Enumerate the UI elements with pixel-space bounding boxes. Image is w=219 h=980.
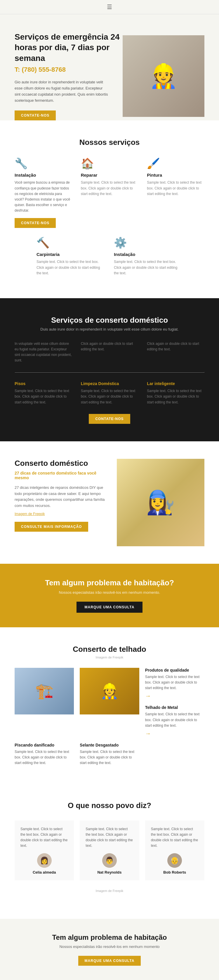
dark-cta-button[interactable]: CONTATE-NOS (89, 414, 130, 424)
service-title-pintura: Pintura (147, 173, 205, 178)
service-cta-instalacao[interactable]: CONTATE-NOS (14, 218, 56, 228)
roof-item-selante: Selante Desgastado Sample text. Click to… (80, 743, 139, 766)
testimonial-card-2: Sample text. Click to select the text bo… (80, 821, 139, 881)
navigation: ☰ (0, 0, 219, 14)
services-section: Nossos serviços 🔧 Instalação Você sempre… (0, 120, 219, 298)
repair-title: Conserto doméstico (14, 459, 105, 468)
hero-image: 👷 (123, 35, 205, 117)
repair-image-link[interactable]: Imagem de Freepik (14, 512, 105, 516)
roof-item-piscando: Piscando danificado Sample text. Click t… (14, 743, 74, 766)
dark-service-pisos-title: Pisos (14, 381, 72, 386)
right-arrow-icon-2[interactable]: → (145, 730, 205, 737)
dark-col-2: Click again or double click to start edi… (81, 341, 138, 363)
service-desc-instalacao: Você sempre buscou a empresa de confianç… (14, 180, 72, 213)
testimonials-title: O que nosso povo diz? (14, 801, 205, 810)
repair-desc: 27 dicas inteligentes de reparos domésti… (14, 485, 105, 509)
service-item-carpintaria: 🔨 Carpintaria Sample text. Click to sele… (37, 237, 105, 281)
service-title-carpintaria: Carpintaria (37, 252, 105, 257)
hero-text-block: Serviços de emergência 24 horas por dia,… (14, 32, 123, 120)
hero-title: Serviços de emergência 24 horas por dia,… (14, 32, 123, 64)
hero-worker-image: 👷 (123, 35, 205, 117)
services-row-2: 🔨 Carpintaria Sample text. Click to sele… (37, 237, 182, 281)
service-desc-carpintaria: Sample text. Click to select the text bo… (37, 259, 105, 276)
cta-yellow-title: Tem algum problema de habitação? (14, 578, 205, 587)
cta-yellow-button[interactable]: MARQUE UMA CONSULTA (77, 601, 143, 613)
avatar-1: 👩 (37, 853, 52, 868)
author-name-3: Bob Roberts (163, 870, 186, 875)
service-item-reparar: 🏠 Reparar Sample text. Click to select t… (81, 158, 138, 228)
right-arrow-icon-1[interactable]: → (145, 693, 205, 699)
roof-item-telhado-title: Telhado de Metal (145, 705, 205, 710)
testimonial-card-1: Sample text. Click to select the text bo… (14, 821, 74, 881)
dark-section-subtitle: Duis aute irure dolor in reprehenderit i… (37, 326, 182, 332)
roof-item-produtos: Produtos de qualidade Sample text. Click… (145, 668, 205, 700)
hero-description: Gio aute irure dolor in reprehenderit in… (14, 79, 108, 103)
avatar-2: 👨 (102, 853, 117, 868)
dark-service-limpeza-title: Limpeza Doméstica (81, 381, 138, 386)
service-title-instalacao2: Instalação (114, 252, 182, 257)
testimonial-author-2: 👨 Nat Reynolds (86, 853, 133, 875)
testimonials-image-credit: Imagem de Freepik (14, 889, 205, 892)
service-icon-instalacao: 🔧 (14, 158, 72, 170)
dark-service-limpeza: Limpeza Doméstica Sample text. Click to … (81, 381, 138, 405)
roof-item-piscando-title: Piscando danificado (14, 743, 74, 748)
roof-title: Conserto de telhado (14, 645, 205, 654)
hero-phone: T: (780) 555-8768 (14, 66, 123, 73)
repair-worker-icon: 👩‍🔧 (146, 489, 175, 516)
testimonial-text-3: Sample text. Click to select the text bo… (151, 826, 198, 849)
dark-col-1-text: In voluptate velit esse cillum dolore eu… (14, 341, 72, 363)
roof-section: Conserto de telhado Imagem de Freepik 🏗️… (0, 627, 219, 784)
roof-right-items: Produtos de qualidade Sample text. Click… (145, 668, 205, 737)
author-name-2: Nat Reynolds (97, 870, 121, 875)
hamburger-icon[interactable]: ☰ (107, 3, 112, 11)
service-item-instalacao2: ⚙️ Instalação Sample text. Click to sele… (114, 237, 182, 281)
dark-service-limpeza-desc: Sample text. Click to select the text bo… (81, 388, 138, 405)
roof-item-produtos-desc: Sample text. Click to select the text bo… (145, 674, 205, 691)
testimonial-card-3: Sample text. Click to select the text bo… (145, 821, 205, 881)
dark-service-pisos: Pisos Sample text. Click to select the t… (14, 381, 72, 405)
author-name-1: Celia almeda (33, 870, 56, 875)
cta-yellow-section: Tem algum problema de habitação? Nossos … (0, 564, 219, 627)
service-title-instalacao: Instalação (14, 173, 72, 178)
roof-spacer (145, 743, 205, 766)
final-cta-title: Tem algum problema de habitação (14, 933, 205, 942)
testimonial-text-2: Sample text. Click to select the text bo… (86, 826, 133, 849)
cta-yellow-subtitle: Nossos especialistas irão resolvê-los em… (14, 590, 205, 595)
testimonials-grid: Sample text. Click to select the text bo… (14, 821, 205, 881)
worker-icon: 👷 (149, 62, 178, 90)
service-icon-pintura: 🖌️ (147, 158, 205, 170)
service-title-reparar: Reparar (81, 173, 138, 178)
repair-image: 👩‍🔧 (117, 459, 205, 546)
dark-service-lar: Lar inteligente Sample text. Click to se… (147, 381, 205, 405)
roof-item-selante-title: Selante Desgastado (80, 743, 139, 748)
repair-cta-button[interactable]: CONSULTE MAIS INFORMAÇÃO (14, 522, 88, 532)
hero-section: Serviços de emergência 24 horas por dia,… (0, 14, 219, 120)
avatar-3: 👴 (167, 853, 182, 868)
dark-services-cols: Pisos Sample text. Click to select the t… (14, 381, 205, 405)
dark-intro-cols: In voluptate velit esse cillum dolore eu… (14, 341, 205, 363)
roof-image-credit: Imagem de Freepik (14, 655, 205, 659)
dark-col-1: In voluptate velit esse cillum dolore eu… (14, 341, 72, 363)
service-item-instalacao: 🔧 Instalação Você sempre buscou a empres… (14, 158, 72, 228)
roof-item-produtos-title: Produtos de qualidade (145, 668, 205, 673)
final-cta-button[interactable]: MARQUE UMA CONSULTA (78, 956, 141, 966)
roof-item-telhado-desc: Sample text. Click to select the text bo… (145, 711, 205, 729)
service-icon-carpintaria: 🔨 (37, 237, 105, 249)
roof-item-telhado: Telhado de Metal Sample text. Click to s… (145, 705, 205, 737)
testimonial-author-1: 👩 Celia almeda (21, 853, 68, 875)
roof-item-selante-desc: Sample text. Click to select the text bo… (80, 749, 139, 766)
repair-section: Conserto doméstico 27 dicas de conserto … (0, 441, 219, 564)
dark-col-3: Click again or double click to start edi… (147, 341, 205, 363)
service-item-pintura: 🖌️ Pintura Sample text. Click to select … (147, 158, 205, 228)
testimonial-text-1: Sample text. Click to select the text bo… (21, 826, 68, 849)
hero-cta-button[interactable]: CONTATE-NOS (14, 110, 56, 120)
dark-service-lar-desc: Sample text. Click to select the text bo… (147, 388, 205, 405)
final-cta-section: Tem algum problema de habitação Nossos e… (0, 919, 219, 980)
dark-section-title: Serviços de conserto doméstico (14, 316, 205, 325)
service-desc-instalacao2: Sample text. Click to select the text bo… (114, 259, 182, 276)
testimonial-author-3: 👴 Bob Roberts (151, 853, 198, 875)
services-row-1: 🔧 Instalação Você sempre buscou a empres… (14, 158, 205, 228)
service-desc-reparar: Sample text. Click to select the text bo… (81, 180, 138, 197)
repair-subtitle: 27 dicas de conserto doméstico faca você… (14, 471, 105, 480)
service-icon-reparar: 🏠 (81, 158, 138, 170)
